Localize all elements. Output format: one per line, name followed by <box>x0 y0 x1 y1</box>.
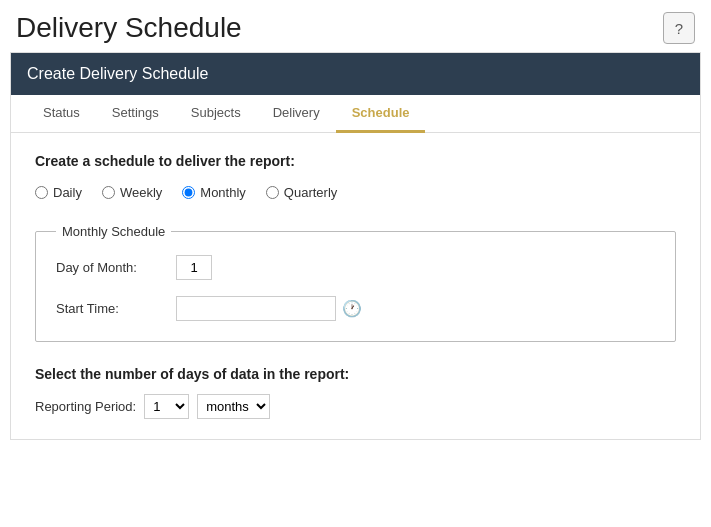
panel-content: Create a schedule to deliver the report:… <box>11 133 700 439</box>
reporting-period-label: Reporting Period: <box>35 399 136 414</box>
radio-quarterly-input[interactable] <box>266 186 279 199</box>
monthly-fieldset-legend: Monthly Schedule <box>56 224 171 239</box>
page-header: Delivery Schedule ? <box>0 0 711 52</box>
day-of-month-row: Day of Month: <box>56 255 655 280</box>
day-of-month-input[interactable] <box>176 255 212 280</box>
schedule-instruction: Create a schedule to deliver the report: <box>35 153 676 169</box>
tab-status[interactable]: Status <box>27 95 96 133</box>
frequency-radio-group: Daily Weekly Monthly Quarterly <box>35 185 676 200</box>
tab-delivery[interactable]: Delivery <box>257 95 336 133</box>
tab-settings[interactable]: Settings <box>96 95 175 133</box>
monthly-schedule-fieldset: Monthly Schedule Day of Month: Start Tim… <box>35 224 676 342</box>
start-time-input[interactable] <box>176 296 336 321</box>
help-button[interactable]: ? <box>663 12 695 44</box>
day-of-month-label: Day of Month: <box>56 260 176 275</box>
tab-schedule[interactable]: Schedule <box>336 95 426 133</box>
radio-weekly-input[interactable] <box>102 186 115 199</box>
radio-daily-input[interactable] <box>35 186 48 199</box>
tab-bar: Status Settings Subjects Delivery Schedu… <box>11 95 700 133</box>
start-time-row: Start Time: 🕐 <box>56 296 655 321</box>
radio-weekly[interactable]: Weekly <box>102 185 162 200</box>
radio-monthly[interactable]: Monthly <box>182 185 246 200</box>
main-panel: Create Delivery Schedule Status Settings… <box>10 52 701 440</box>
start-time-label: Start Time: <box>56 301 176 316</box>
reporting-row: Reporting Period: 1 2 3 6 12 days weeks … <box>35 394 676 419</box>
clock-icon[interactable]: 🕐 <box>342 299 362 318</box>
radio-daily[interactable]: Daily <box>35 185 82 200</box>
panel-title: Create Delivery Schedule <box>27 65 208 82</box>
page-title: Delivery Schedule <box>16 12 242 44</box>
tab-subjects[interactable]: Subjects <box>175 95 257 133</box>
reporting-section: Select the number of days of data in the… <box>35 366 676 419</box>
reporting-instruction: Select the number of days of data in the… <box>35 366 676 382</box>
reporting-period-unit-select[interactable]: days weeks months years <box>197 394 270 419</box>
panel-header: Create Delivery Schedule <box>11 53 700 95</box>
radio-monthly-input[interactable] <box>182 186 195 199</box>
radio-quarterly[interactable]: Quarterly <box>266 185 337 200</box>
reporting-period-number-select[interactable]: 1 2 3 6 12 <box>144 394 189 419</box>
